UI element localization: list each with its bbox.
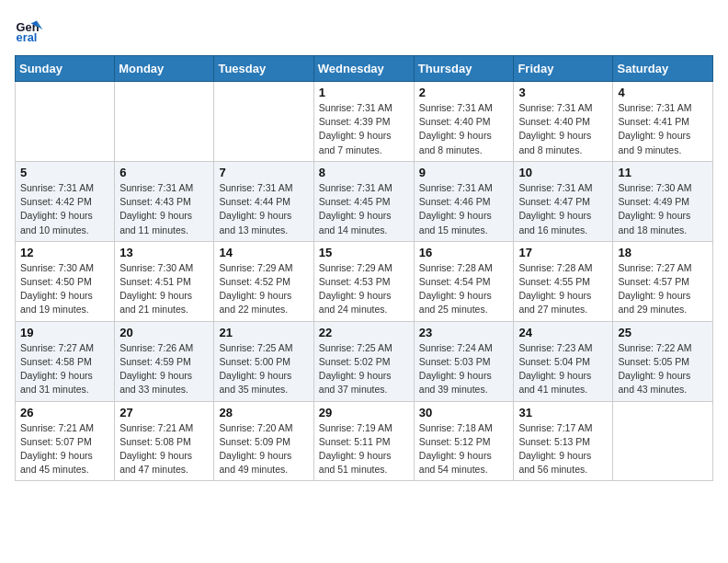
day-number: 25 — [618, 326, 708, 339]
calendar-cell: 3Sunrise: 7:31 AM Sunset: 4:40 PM Daylig… — [514, 82, 613, 162]
weekday-header-cell: Saturday — [613, 56, 713, 82]
day-number: 14 — [219, 246, 308, 259]
day-info: Sunrise: 7:31 AM Sunset: 4:44 PM Dayligh… — [219, 181, 308, 237]
weekday-header-cell: Sunday — [16, 56, 115, 82]
day-number: 30 — [419, 406, 509, 419]
day-info: Sunrise: 7:31 AM Sunset: 4:47 PM Dayligh… — [518, 181, 608, 237]
calendar-cell: 7Sunrise: 7:31 AM Sunset: 4:44 PM Daylig… — [214, 161, 313, 241]
weekday-header-cell: Friday — [514, 56, 613, 82]
day-info: Sunrise: 7:25 AM Sunset: 5:02 PM Dayligh… — [319, 341, 409, 397]
calendar-cell: 25Sunrise: 7:22 AM Sunset: 5:05 PM Dayli… — [613, 321, 713, 401]
day-number: 18 — [618, 246, 708, 259]
calendar-cell: 12Sunrise: 7:30 AM Sunset: 4:50 PM Dayli… — [16, 241, 115, 321]
day-info: Sunrise: 7:31 AM Sunset: 4:42 PM Dayligh… — [20, 181, 109, 237]
calendar-cell: 17Sunrise: 7:28 AM Sunset: 4:55 PM Dayli… — [514, 241, 613, 321]
day-number: 12 — [20, 246, 109, 259]
calendar-week-row: 12Sunrise: 7:30 AM Sunset: 4:50 PM Dayli… — [16, 241, 713, 321]
day-info: Sunrise: 7:28 AM Sunset: 4:54 PM Dayligh… — [419, 261, 509, 317]
day-number: 27 — [119, 406, 209, 419]
calendar-cell: 10Sunrise: 7:31 AM Sunset: 4:47 PM Dayli… — [514, 161, 613, 241]
calendar-cell — [115, 82, 214, 162]
day-info: Sunrise: 7:20 AM Sunset: 5:09 PM Dayligh… — [219, 421, 308, 477]
svg-text:eral: eral — [17, 30, 38, 44]
day-number: 10 — [518, 166, 608, 179]
day-number: 20 — [119, 326, 209, 339]
day-number: 1 — [319, 86, 409, 99]
day-number: 21 — [219, 326, 308, 339]
calendar-cell: 9Sunrise: 7:31 AM Sunset: 4:46 PM Daylig… — [414, 161, 514, 241]
calendar-cell: 18Sunrise: 7:27 AM Sunset: 4:57 PM Dayli… — [613, 241, 713, 321]
page-header: Gen eral — [15, 15, 713, 44]
day-info: Sunrise: 7:21 AM Sunset: 5:08 PM Dayligh… — [119, 421, 209, 477]
calendar-week-row: 5Sunrise: 7:31 AM Sunset: 4:42 PM Daylig… — [16, 161, 713, 241]
calendar-cell: 15Sunrise: 7:29 AM Sunset: 4:53 PM Dayli… — [313, 241, 414, 321]
calendar-cell: 29Sunrise: 7:19 AM Sunset: 5:11 PM Dayli… — [313, 401, 414, 481]
calendar-cell — [16, 82, 115, 162]
weekday-header-cell: Tuesday — [214, 56, 313, 82]
day-info: Sunrise: 7:31 AM Sunset: 4:39 PM Dayligh… — [319, 101, 409, 157]
calendar-cell: 22Sunrise: 7:25 AM Sunset: 5:02 PM Dayli… — [313, 321, 414, 401]
calendar-cell: 24Sunrise: 7:23 AM Sunset: 5:04 PM Dayli… — [514, 321, 613, 401]
day-number: 5 — [20, 166, 109, 179]
calendar-cell: 30Sunrise: 7:18 AM Sunset: 5:12 PM Dayli… — [414, 401, 514, 481]
day-number: 26 — [20, 406, 109, 419]
calendar-cell: 26Sunrise: 7:21 AM Sunset: 5:07 PM Dayli… — [16, 401, 115, 481]
day-info: Sunrise: 7:27 AM Sunset: 4:57 PM Dayligh… — [618, 261, 708, 317]
day-number: 29 — [319, 406, 409, 419]
calendar-cell: 28Sunrise: 7:20 AM Sunset: 5:09 PM Dayli… — [214, 401, 313, 481]
calendar-cell: 8Sunrise: 7:31 AM Sunset: 4:45 PM Daylig… — [313, 161, 414, 241]
weekday-header-cell: Wednesday — [313, 56, 414, 82]
day-info: Sunrise: 7:19 AM Sunset: 5:11 PM Dayligh… — [319, 421, 409, 477]
day-info: Sunrise: 7:21 AM Sunset: 5:07 PM Dayligh… — [20, 421, 109, 477]
day-number: 2 — [419, 86, 509, 99]
calendar-cell: 4Sunrise: 7:31 AM Sunset: 4:41 PM Daylig… — [613, 82, 713, 162]
calendar-cell: 19Sunrise: 7:27 AM Sunset: 4:58 PM Dayli… — [16, 321, 115, 401]
calendar-week-row: 26Sunrise: 7:21 AM Sunset: 5:07 PM Dayli… — [16, 401, 713, 481]
day-number: 31 — [518, 406, 608, 419]
day-info: Sunrise: 7:30 AM Sunset: 4:50 PM Dayligh… — [20, 261, 109, 317]
calendar-cell — [613, 401, 713, 481]
day-info: Sunrise: 7:29 AM Sunset: 4:53 PM Dayligh… — [319, 261, 409, 317]
day-number: 15 — [319, 246, 409, 259]
day-info: Sunrise: 7:25 AM Sunset: 5:00 PM Dayligh… — [219, 341, 308, 397]
day-number: 24 — [518, 326, 608, 339]
day-number: 4 — [618, 86, 708, 99]
day-info: Sunrise: 7:27 AM Sunset: 4:58 PM Dayligh… — [20, 341, 109, 397]
calendar-cell: 14Sunrise: 7:29 AM Sunset: 4:52 PM Dayli… — [214, 241, 313, 321]
day-info: Sunrise: 7:30 AM Sunset: 4:51 PM Dayligh… — [119, 261, 209, 317]
day-info: Sunrise: 7:31 AM Sunset: 4:41 PM Dayligh… — [618, 101, 708, 157]
calendar-cell: 27Sunrise: 7:21 AM Sunset: 5:08 PM Dayli… — [115, 401, 214, 481]
calendar-table: SundayMondayTuesdayWednesdayThursdayFrid… — [15, 55, 713, 481]
day-number: 28 — [219, 406, 308, 419]
weekday-header-cell: Monday — [115, 56, 214, 82]
day-info: Sunrise: 7:31 AM Sunset: 4:45 PM Dayligh… — [319, 181, 409, 237]
day-number: 9 — [419, 166, 509, 179]
day-info: Sunrise: 7:30 AM Sunset: 4:49 PM Dayligh… — [618, 181, 708, 237]
calendar-cell: 21Sunrise: 7:25 AM Sunset: 5:00 PM Dayli… — [214, 321, 313, 401]
calendar-cell: 31Sunrise: 7:17 AM Sunset: 5:13 PM Dayli… — [514, 401, 613, 481]
weekday-header-cell: Thursday — [414, 56, 514, 82]
calendar-cell: 11Sunrise: 7:30 AM Sunset: 4:49 PM Dayli… — [613, 161, 713, 241]
day-info: Sunrise: 7:22 AM Sunset: 5:05 PM Dayligh… — [618, 341, 708, 397]
calendar-week-row: 1Sunrise: 7:31 AM Sunset: 4:39 PM Daylig… — [16, 82, 713, 162]
day-number: 11 — [618, 166, 708, 179]
logo: Gen eral — [15, 15, 48, 44]
day-info: Sunrise: 7:23 AM Sunset: 5:04 PM Dayligh… — [518, 341, 608, 397]
day-number: 23 — [419, 326, 509, 339]
calendar-cell: 5Sunrise: 7:31 AM Sunset: 4:42 PM Daylig… — [16, 161, 115, 241]
calendar-cell: 20Sunrise: 7:26 AM Sunset: 4:59 PM Dayli… — [115, 321, 214, 401]
weekday-header-row: SundayMondayTuesdayWednesdayThursdayFrid… — [16, 56, 713, 82]
day-number: 3 — [518, 86, 608, 99]
logo-icon: Gen eral — [15, 15, 44, 44]
calendar-cell: 13Sunrise: 7:30 AM Sunset: 4:51 PM Dayli… — [115, 241, 214, 321]
day-info: Sunrise: 7:26 AM Sunset: 4:59 PM Dayligh… — [119, 341, 209, 397]
day-info: Sunrise: 7:28 AM Sunset: 4:55 PM Dayligh… — [518, 261, 608, 317]
day-number: 19 — [20, 326, 109, 339]
day-number: 16 — [419, 246, 509, 259]
day-number: 22 — [319, 326, 409, 339]
calendar-cell: 1Sunrise: 7:31 AM Sunset: 4:39 PM Daylig… — [313, 82, 414, 162]
day-info: Sunrise: 7:18 AM Sunset: 5:12 PM Dayligh… — [419, 421, 509, 477]
day-number: 7 — [219, 166, 308, 179]
calendar-body: 1Sunrise: 7:31 AM Sunset: 4:39 PM Daylig… — [16, 82, 713, 481]
day-info: Sunrise: 7:29 AM Sunset: 4:52 PM Dayligh… — [219, 261, 308, 317]
